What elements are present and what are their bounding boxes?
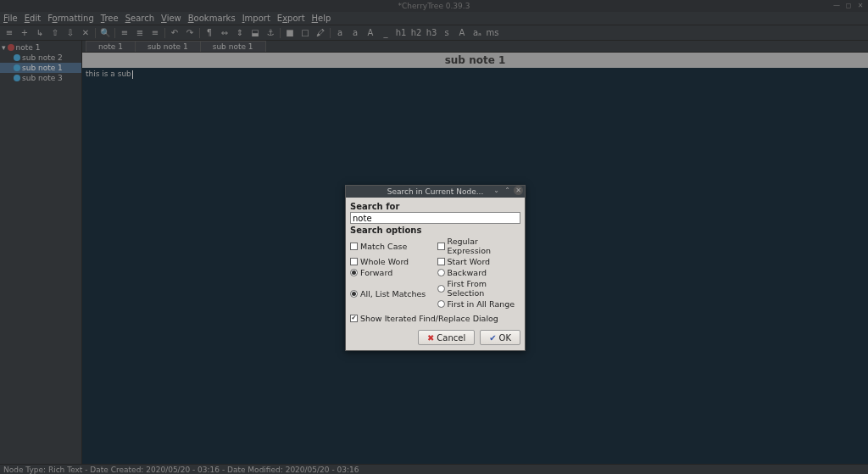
opt-first-range[interactable]: First in All Range [437, 299, 521, 309]
opt-match-case[interactable]: Match Case [350, 237, 434, 255]
dialog-close-icon[interactable]: ✕ [514, 186, 523, 195]
dialog-title: Search in Current Node... [387, 187, 484, 196]
radio-icon [437, 285, 445, 293]
opt-regex[interactable]: Regular Expression [437, 237, 521, 255]
checkbox-icon [350, 258, 358, 265]
button-label: OK [499, 333, 511, 343]
checkbox-icon [350, 243, 358, 250]
checkbox-icon [437, 258, 445, 265]
radio-icon [350, 290, 358, 298]
checkbox-icon [350, 315, 358, 322]
opt-label: Forward [360, 268, 392, 277]
dialog-titlebar: Search in Current Node... ⌄ ⌃ ✕ [346, 186, 525, 198]
cancel-button[interactable]: ✖Cancel [418, 330, 475, 345]
opt-start-word[interactable]: Start Word [437, 257, 521, 266]
opt-label: Start Word [448, 257, 491, 266]
opt-label: First From Selection [448, 279, 521, 298]
dialog-minimize-icon[interactable]: ⌄ [492, 186, 501, 195]
opt-label: Regular Expression [448, 237, 521, 255]
ok-button[interactable]: ✔OK [480, 330, 520, 345]
button-label: Cancel [437, 333, 465, 343]
radio-icon [437, 300, 445, 308]
opt-label: All, List Matches [360, 289, 426, 298]
search-input[interactable] [350, 212, 520, 224]
opt-forward[interactable]: Forward [350, 268, 434, 277]
opt-show-iterated[interactable]: Show Iterated Find/Replace Dialog [350, 314, 520, 323]
radio-icon [437, 269, 445, 276]
dialog-buttons: ✖Cancel ✔OK [350, 330, 520, 345]
dialog-maximize-icon[interactable]: ⌃ [503, 186, 512, 195]
search-for-label: Search for [350, 202, 520, 211]
opt-label: Show Iterated Find/Replace Dialog [360, 314, 498, 323]
opt-whole-word[interactable]: Whole Word [350, 257, 434, 266]
opt-label: Backward [448, 268, 487, 277]
dialog-body: Search for Search options Match Case Reg… [346, 198, 525, 350]
ok-icon: ✔ [489, 333, 496, 343]
radio-icon [350, 269, 358, 276]
opt-backward[interactable]: Backward [437, 268, 521, 277]
opt-all-list[interactable]: All, List Matches [350, 279, 434, 309]
opt-label: Whole Word [360, 257, 409, 266]
checkbox-icon [437, 243, 445, 250]
search-dialog: Search in Current Node... ⌄ ⌃ ✕ Search f… [345, 185, 526, 351]
search-options: Match Case Regular Expression Whole Word… [350, 237, 520, 323]
search-options-label: Search options [350, 226, 520, 235]
opt-first-sel[interactable]: First From Selection [437, 279, 521, 298]
cross-icon: ✖ [427, 333, 434, 343]
opt-label: First in All Range [448, 299, 515, 309]
opt-label: Match Case [360, 242, 407, 251]
